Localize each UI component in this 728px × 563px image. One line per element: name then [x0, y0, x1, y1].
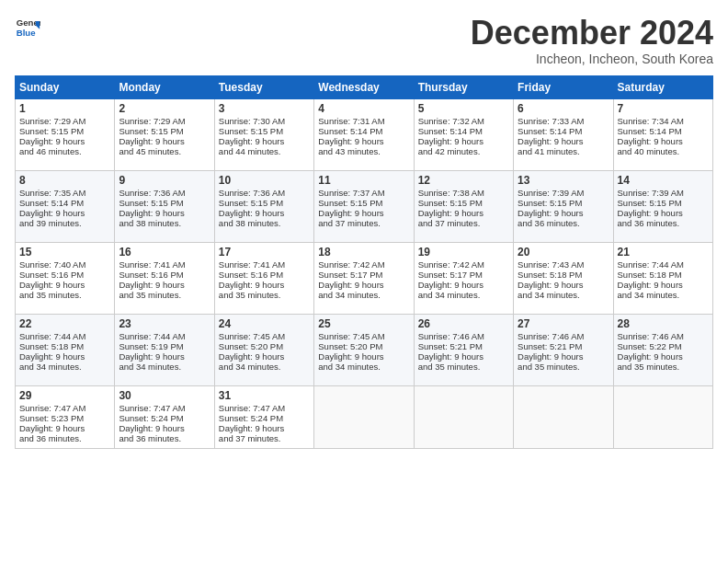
- calendar-cell: 29Sunrise: 7:47 AMSunset: 5:23 PMDayligh…: [16, 385, 115, 448]
- calendar-cell: 16Sunrise: 7:41 AMSunset: 5:16 PMDayligh…: [115, 242, 214, 314]
- day-info: and 35 minutes.: [119, 290, 210, 300]
- calendar-cell: 31Sunrise: 7:47 AMSunset: 5:24 PMDayligh…: [214, 385, 313, 448]
- day-info: Sunset: 5:18 PM: [518, 270, 609, 280]
- day-info: Daylight: 9 hours: [119, 280, 210, 290]
- day-info: Sunset: 5:20 PM: [219, 341, 310, 351]
- day-info: and 37 minutes.: [418, 218, 509, 228]
- day-info: Daylight: 9 hours: [219, 208, 310, 218]
- day-info: Sunrise: 7:43 AM: [518, 259, 609, 270]
- day-info: Sunset: 5:18 PM: [19, 341, 110, 351]
- day-number: 26: [418, 317, 509, 330]
- day-info: and 40 minutes.: [618, 146, 709, 156]
- day-info: Daylight: 9 hours: [19, 351, 110, 362]
- day-info: Sunset: 5:14 PM: [19, 198, 110, 208]
- calendar-cell: 7Sunrise: 7:34 AMSunset: 5:14 PMDaylight…: [613, 98, 712, 170]
- day-info: Sunrise: 7:37 AM: [318, 188, 409, 198]
- day-info: and 42 minutes.: [418, 146, 509, 156]
- svg-text:Blue: Blue: [17, 28, 36, 38]
- day-info: Sunset: 5:21 PM: [518, 341, 609, 351]
- day-info: and 36 minutes.: [119, 433, 210, 443]
- day-info: Sunset: 5:15 PM: [119, 126, 210, 136]
- calendar-cell: [314, 385, 414, 448]
- calendar-cell: 11Sunrise: 7:37 AMSunset: 5:15 PMDayligh…: [314, 170, 414, 242]
- day-info: Daylight: 9 hours: [518, 280, 609, 290]
- day-number: 7: [618, 102, 709, 115]
- day-number: 14: [618, 174, 709, 187]
- day-info: Daylight: 9 hours: [618, 208, 709, 218]
- day-info: Daylight: 9 hours: [618, 280, 709, 290]
- day-info: Sunrise: 7:36 AM: [219, 188, 310, 198]
- day-info: Sunset: 5:22 PM: [618, 341, 709, 351]
- day-info: and 37 minutes.: [318, 218, 409, 228]
- day-info: and 46 minutes.: [19, 146, 110, 156]
- day-info: Sunrise: 7:32 AM: [418, 116, 509, 126]
- day-number: 27: [518, 317, 609, 330]
- day-info: and 35 minutes.: [418, 362, 509, 372]
- calendar-cell: 10Sunrise: 7:36 AMSunset: 5:15 PMDayligh…: [214, 170, 313, 242]
- day-info: and 34 minutes.: [219, 362, 310, 372]
- day-info: Sunrise: 7:47 AM: [19, 403, 110, 413]
- title-block: December 2024 Incheon, Incheon, South Ko…: [471, 15, 713, 66]
- location-subtitle: Incheon, Incheon, South Korea: [471, 52, 713, 66]
- day-info: Sunset: 5:14 PM: [618, 126, 709, 136]
- day-info: Daylight: 9 hours: [518, 208, 609, 218]
- calendar-cell: 6Sunrise: 7:33 AMSunset: 5:14 PMDaylight…: [514, 98, 613, 170]
- day-info: Daylight: 9 hours: [318, 208, 409, 218]
- day-info: Sunset: 5:20 PM: [318, 341, 409, 351]
- day-info: Sunrise: 7:42 AM: [418, 259, 509, 270]
- day-info: Sunrise: 7:30 AM: [219, 116, 310, 126]
- day-info: and 36 minutes.: [518, 218, 609, 228]
- day-number: 17: [219, 246, 310, 259]
- day-info: Daylight: 9 hours: [418, 136, 509, 146]
- day-info: Sunrise: 7:47 AM: [219, 403, 310, 413]
- day-info: Sunset: 5:21 PM: [418, 341, 509, 351]
- day-info: Daylight: 9 hours: [119, 423, 210, 433]
- column-header-tuesday: Tuesday: [214, 75, 313, 98]
- calendar-cell: 30Sunrise: 7:47 AMSunset: 5:24 PMDayligh…: [115, 385, 214, 448]
- calendar-cell: 25Sunrise: 7:45 AMSunset: 5:20 PMDayligh…: [314, 314, 414, 385]
- day-info: Sunset: 5:15 PM: [418, 198, 509, 208]
- day-number: 1: [19, 102, 110, 115]
- day-info: and 36 minutes.: [19, 433, 110, 443]
- calendar-cell: 2Sunrise: 7:29 AMSunset: 5:15 PMDaylight…: [115, 98, 214, 170]
- day-info: and 44 minutes.: [219, 146, 310, 156]
- day-info: and 38 minutes.: [119, 218, 210, 228]
- svg-marker-2: [36, 21, 40, 29]
- day-info: Daylight: 9 hours: [418, 280, 509, 290]
- day-info: Sunset: 5:16 PM: [19, 270, 110, 280]
- day-info: Sunrise: 7:46 AM: [618, 331, 709, 341]
- day-number: 25: [318, 317, 409, 330]
- day-info: and 34 minutes.: [418, 290, 509, 300]
- day-info: and 45 minutes.: [119, 146, 210, 156]
- calendar-cell: 22Sunrise: 7:44 AMSunset: 5:18 PMDayligh…: [16, 314, 115, 385]
- day-info: and 35 minutes.: [219, 290, 310, 300]
- day-info: Sunset: 5:24 PM: [119, 413, 210, 423]
- calendar-cell: 28Sunrise: 7:46 AMSunset: 5:22 PMDayligh…: [613, 314, 712, 385]
- day-info: and 34 minutes.: [119, 362, 210, 372]
- calendar-cell: 4Sunrise: 7:31 AMSunset: 5:14 PMDaylight…: [314, 98, 414, 170]
- calendar-cell: 20Sunrise: 7:43 AMSunset: 5:18 PMDayligh…: [514, 242, 613, 314]
- day-number: 18: [318, 246, 409, 259]
- day-number: 31: [219, 389, 310, 402]
- day-info: Sunrise: 7:47 AM: [119, 403, 210, 413]
- day-number: 12: [418, 174, 509, 187]
- day-info: Sunrise: 7:46 AM: [418, 331, 509, 341]
- day-info: Sunset: 5:14 PM: [518, 126, 609, 136]
- day-number: 13: [518, 174, 609, 187]
- day-info: Sunset: 5:15 PM: [318, 198, 409, 208]
- day-info: Sunrise: 7:41 AM: [219, 259, 310, 270]
- day-info: Daylight: 9 hours: [19, 208, 110, 218]
- day-info: Daylight: 9 hours: [418, 351, 509, 362]
- calendar-cell: 1Sunrise: 7:29 AMSunset: 5:15 PMDaylight…: [16, 98, 115, 170]
- calendar-cell: 24Sunrise: 7:45 AMSunset: 5:20 PMDayligh…: [214, 314, 313, 385]
- calendar-cell: 18Sunrise: 7:42 AMSunset: 5:17 PMDayligh…: [314, 242, 414, 314]
- day-info: Sunrise: 7:46 AM: [518, 331, 609, 341]
- day-info: and 34 minutes.: [19, 362, 110, 372]
- day-number: 23: [119, 317, 210, 330]
- day-info: Daylight: 9 hours: [219, 423, 310, 433]
- day-info: and 34 minutes.: [318, 362, 409, 372]
- day-info: Sunset: 5:15 PM: [219, 198, 310, 208]
- calendar-cell: 26Sunrise: 7:46 AMSunset: 5:21 PMDayligh…: [414, 314, 513, 385]
- day-number: 15: [19, 246, 110, 259]
- column-header-sunday: Sunday: [16, 75, 115, 98]
